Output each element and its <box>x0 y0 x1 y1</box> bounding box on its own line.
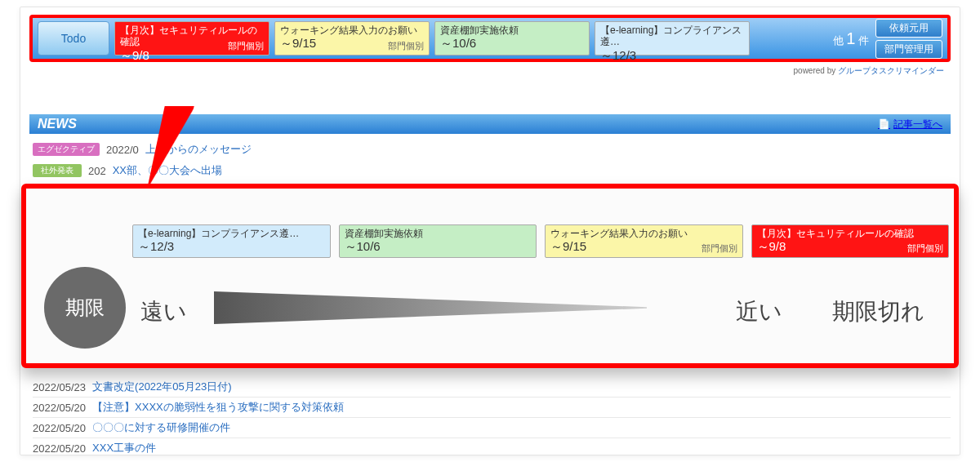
todo-card-tag: 部門個別 <box>388 40 424 52</box>
scale-over-label: 期限切れ <box>832 296 924 327</box>
news-link[interactable]: 〇〇〇に対する研修開催の件 <box>92 420 230 435</box>
deadline-circle: 期限 <box>44 267 126 349</box>
scale-gradient-icon <box>214 291 647 324</box>
news-link[interactable]: 【注意】XXXXの脆弱性を狙う攻撃に関する対策依頼 <box>92 400 344 415</box>
powered-by-link[interactable]: グループタスクリマインダー <box>838 66 944 75</box>
news-row: 2022/05/20 〇〇〇に対する研修開催の件 <box>33 417 951 438</box>
scale-far-label: 遠い <box>140 296 187 327</box>
todo-buttons: 依頼元用 部門管理用 <box>875 19 942 59</box>
todo-card-tag: 部門個別 <box>228 40 264 52</box>
todo-card[interactable]: ウォーキング結果入力のお願い ～9/15 部門個別 <box>545 224 743 258</box>
news-list: 2022/05/23 文書改定(2022年05月23日付) 2022/05/20… <box>33 377 951 458</box>
todo-card[interactable]: 【e-learning】コンプライアンス遵… ～12/3 <box>595 21 750 56</box>
todo-card-title: 【e-learning】コンプライアンス遵… <box>600 24 744 48</box>
todo-more-prefix: 他 <box>833 34 847 47</box>
todo-card[interactable]: 資産棚卸実施依頼 ～10/6 <box>339 224 537 258</box>
news-date: 2022/05/20 <box>33 442 86 455</box>
requester-button[interactable]: 依頼元用 <box>875 19 942 38</box>
news-date: 2022/05/20 <box>33 422 86 434</box>
todo-card[interactable]: 資産棚卸実施依頼 ～10/6 <box>434 21 590 56</box>
todo-card-title: ウォーキング結果入力のお願い <box>550 228 737 239</box>
news-link[interactable]: 文書改定(2022年05月23日付) <box>92 380 232 394</box>
todo-card-deadline: ～12/3 <box>600 48 744 64</box>
news-date: 202 <box>88 165 106 177</box>
todo-card[interactable]: 【月次】セキュリティルールの確認 ～9/8 部門個別 <box>114 21 270 56</box>
document-icon <box>878 118 890 130</box>
news-row: 2022/05/20 【注意】XXXXの脆弱性を狙う攻撃に関する対策依頼 <box>33 397 951 417</box>
todo-card-deadline: ～12/3 <box>138 239 325 255</box>
todo-card-deadline: ～10/6 <box>345 239 532 255</box>
powered-by-prefix: powered by <box>794 66 838 75</box>
todo-card-title: ウォーキング結果入力のお願い <box>280 24 424 36</box>
news-title: NEWS <box>38 117 77 131</box>
todo-card-title: 【e-learning】コンプライアンス遵… <box>138 228 325 239</box>
news-more-label: 記事一覧へ <box>893 118 942 131</box>
todo-card-tag: 部門個別 <box>702 242 737 255</box>
todo-more[interactable]: 他 1 件 <box>833 29 869 48</box>
todo-more-suffix: 件 <box>855 34 869 47</box>
news-more-link[interactable]: 記事一覧へ <box>878 118 942 131</box>
todo-card-title: 資産棚卸実施依頼 <box>345 228 532 239</box>
todo-card-tag: 部門個別 <box>907 242 943 255</box>
todo-label: Todo <box>38 21 109 56</box>
explainer-panel: 【e-learning】コンプライアンス遵… ～12/3 資産棚卸実施依頼 ～1… <box>21 184 959 368</box>
todo-right: 他 1 件 依頼元用 部門管理用 <box>833 21 942 56</box>
todo-card[interactable]: 【e-learning】コンプライアンス遵… ～12/3 <box>132 224 331 258</box>
news-date: 2022/05/20 <box>33 402 86 414</box>
todo-card-deadline: ～10/6 <box>440 36 584 51</box>
news-badge: エグゼクティブ <box>33 143 100 156</box>
todo-card-title: 資産棚卸実施依頼 <box>440 24 584 36</box>
todo-card[interactable]: 【月次】セキュリティルールの確認 ～9/8 部門個別 <box>751 224 950 258</box>
todo-card[interactable]: ウォーキング結果入力のお願い ～9/15 部門個別 <box>274 21 430 56</box>
dept-admin-button[interactable]: 部門管理用 <box>875 40 942 59</box>
news-link[interactable]: XXX工事の件 <box>92 441 156 455</box>
news-row: 2022/05/23 文書改定(2022年05月23日付) <box>33 377 951 397</box>
news-badge: 社外発表 <box>33 164 82 177</box>
todo-more-count: 1 <box>846 29 855 47</box>
powered-by: powered by グループタスクリマインダー <box>794 65 944 77</box>
news-date: 2022/05/23 <box>33 381 86 393</box>
explainer-cards: 【e-learning】コンプライアンス遵… ～12/3 資産棚卸実施依頼 ～1… <box>132 224 949 258</box>
news-date: 2022/0 <box>106 144 139 156</box>
todo-card-title: 【月次】セキュリティルールの確認 <box>757 228 944 239</box>
scale-near-label: 近い <box>736 296 782 327</box>
news-row: 2022/05/20 XXX工事の件 <box>33 438 951 458</box>
todo-bar: Todo 【月次】セキュリティルールの確認 ～9/8 部門個別 ウォーキング結果… <box>29 15 951 62</box>
